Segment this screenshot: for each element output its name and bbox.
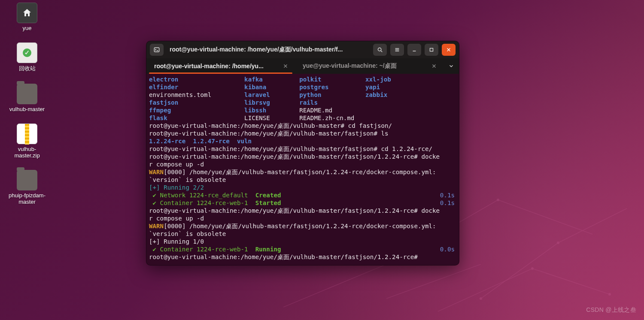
- home-icon: [17, 3, 37, 23]
- tabbar: root@yue-virtual-machine: /home/yu... yu…: [146, 58, 459, 74]
- svg-line-0: [283, 264, 386, 307]
- svg-line-3: [558, 208, 627, 243]
- maximize-button[interactable]: [425, 44, 438, 56]
- close-icon: [446, 47, 452, 53]
- close-icon: [431, 63, 437, 69]
- maximize-icon: [428, 47, 434, 53]
- menu-button[interactable]: [390, 44, 404, 56]
- svg-rect-16: [430, 48, 433, 51]
- svg-point-13: [608, 293, 611, 296]
- svg-line-1: [386, 264, 481, 299]
- svg-point-11: [497, 199, 499, 201]
- terminal-tab-icon: [154, 47, 160, 53]
- svg-point-12: [531, 267, 534, 270]
- terminal-window: root@yue-virtual-machine: /home/yue/桌面/v…: [146, 41, 459, 266]
- svg-point-15: [378, 48, 381, 51]
- terminal-body[interactable]: electron kafka polkit xxl-job elfinder k…: [146, 74, 459, 265]
- desktop-icons: yue 回收站 vulhub-master vulhub- master.zip…: [8, 3, 46, 205]
- tab-label: root@yue-virtual-machine: /home/yu...: [154, 63, 279, 69]
- trash-icon: [17, 42, 37, 63]
- hamburger-icon: [394, 47, 400, 53]
- desktop-icon-label: 回收站: [19, 65, 36, 72]
- window-title: root@yue-virtual-machine: /home/yue/桌面/v…: [170, 46, 343, 54]
- desktop-icon-folder-vulhub[interactable]: vulhub-master: [8, 84, 46, 112]
- folder-icon: [17, 84, 37, 104]
- zip-icon: [17, 124, 37, 144]
- tab-yue-terminal[interactable]: yue@yue-virtual-machine: ~/桌面: [295, 58, 444, 74]
- minimize-icon: [411, 47, 417, 53]
- new-tab-button[interactable]: [150, 44, 164, 56]
- desktop-icon-label: phuip-fpizdam- master: [9, 192, 46, 205]
- svg-point-9: [480, 297, 482, 300]
- titlebar[interactable]: root@yue-virtual-machine: /home/yue/桌面/v…: [146, 41, 459, 58]
- close-icon: [283, 63, 289, 69]
- folder-icon: [17, 170, 37, 190]
- tab-dropdown-button[interactable]: [444, 58, 459, 74]
- close-button[interactable]: [442, 44, 456, 56]
- watermark: CSDN @上线之叁: [586, 306, 636, 314]
- svg-point-10: [557, 242, 559, 244]
- svg-line-6: [438, 269, 532, 311]
- desktop-icon-trash[interactable]: 回收站: [8, 42, 46, 72]
- svg-rect-14: [154, 48, 159, 52]
- tab-root-terminal[interactable]: root@yue-virtual-machine: /home/yu...: [146, 58, 295, 74]
- svg-line-7: [532, 269, 610, 294]
- svg-line-5: [498, 200, 592, 234]
- svg-line-2: [481, 243, 558, 299]
- desktop-icon-home[interactable]: yue: [8, 3, 46, 31]
- search-icon: [377, 47, 383, 53]
- desktop-icon-label: vulhub-master: [9, 106, 45, 112]
- search-button[interactable]: [373, 44, 387, 56]
- chevron-down-icon: [448, 63, 454, 69]
- tab-label: yue@yue-virtual-machine: ~/桌面: [303, 62, 427, 70]
- minimize-button[interactable]: [407, 44, 421, 56]
- tab-close-button[interactable]: [282, 63, 289, 69]
- desktop-icon-label: vulhub- master.zip: [14, 146, 39, 159]
- desktop-icon-zip-vulhub[interactable]: vulhub- master.zip: [8, 124, 46, 159]
- desktop-icon-folder-phuip[interactable]: phuip-fpizdam- master: [8, 170, 46, 205]
- tab-close-button[interactable]: [431, 63, 437, 69]
- desktop-icon-label: yue: [23, 25, 32, 31]
